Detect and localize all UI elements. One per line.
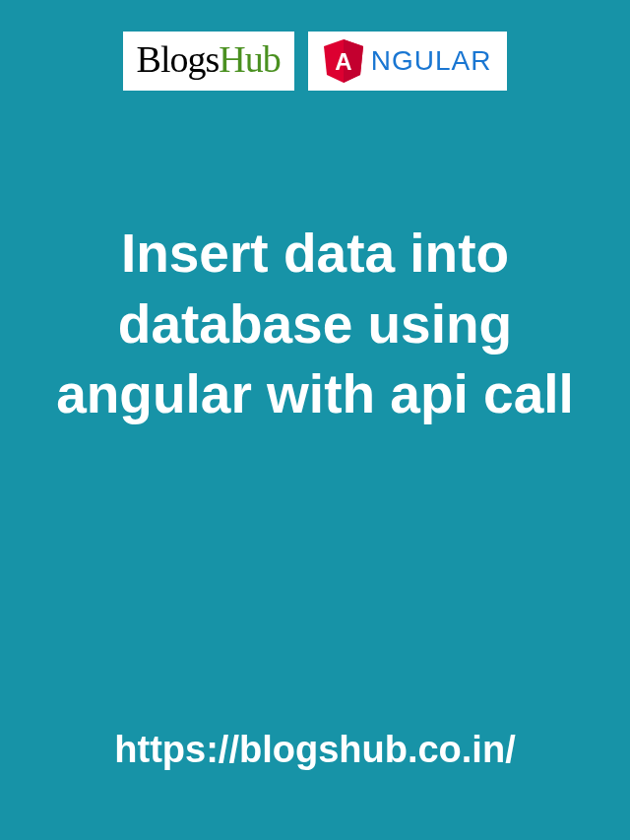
main-title: Insert data into database using angular … (0, 219, 630, 430)
blogshub-logo-hub: Hub (219, 37, 280, 81)
angular-shield-icon: A (324, 39, 363, 83)
blogshub-logo: BlogsHub (123, 32, 294, 91)
header: BlogsHub A NGULAR (0, 0, 630, 91)
angular-logo: A NGULAR (308, 32, 508, 91)
footer-url: https://blogshub.co.in/ (0, 729, 630, 771)
blogshub-logo-blogs: Blogs (137, 37, 220, 81)
angular-logo-text: NGULAR (371, 45, 492, 77)
svg-text:A: A (335, 48, 351, 75)
